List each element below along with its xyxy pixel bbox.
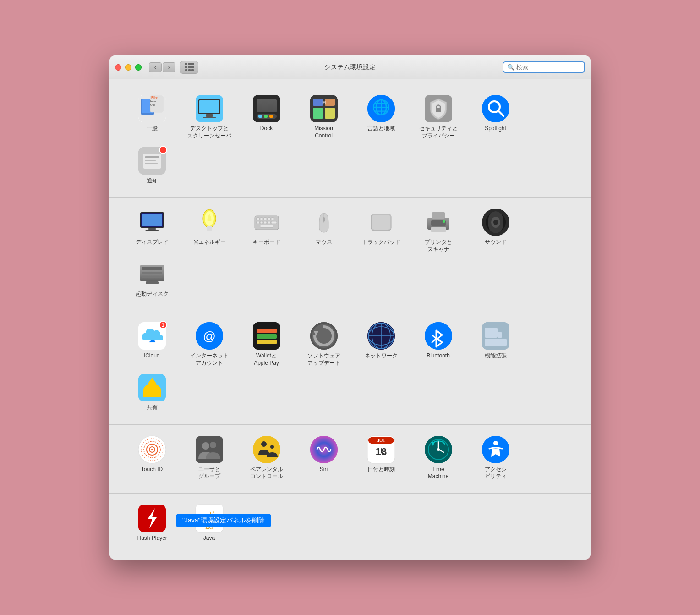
pref-trackpad[interactable]: トラックパッド	[352, 205, 410, 257]
svg-rect-40	[145, 230, 159, 231]
pref-bluetooth[interactable]: Bluetooth	[410, 318, 467, 370]
pref-network[interactable]: ネットワーク	[352, 318, 410, 370]
pref-keyboard-label: キーボード	[253, 239, 280, 246]
pref-general[interactable]: File New One 一般	[123, 91, 180, 143]
svg-rect-16	[258, 115, 262, 118]
pref-parental[interactable]: ペアレンタルコントロール	[238, 432, 295, 484]
pref-datetime[interactable]: JUL 18 日付と時刻	[352, 432, 410, 484]
icons-row-5: Flash Player JAVA "Java"環境設定パネルを削除 Java	[123, 501, 577, 546]
svg-rect-98	[485, 339, 507, 346]
svg-rect-35	[145, 160, 156, 161]
svg-rect-84	[257, 340, 277, 344]
svg-point-29	[482, 95, 509, 122]
svg-point-112	[270, 445, 274, 449]
pref-security[interactable]: セキュリティとプライバシー	[410, 91, 467, 143]
back-button[interactable]: ‹	[149, 62, 162, 72]
icons-row-4: Touch ID ユーザとグループ	[123, 432, 577, 484]
pref-desktop-label: デスクトップとスクリーンセーバ	[187, 125, 231, 139]
pref-display[interactable]: ディスプレイ	[123, 205, 180, 257]
pref-keyboard[interactable]: キーボード	[238, 205, 295, 257]
pref-extensions-label: 機能拡張	[485, 352, 507, 360]
pref-startup[interactable]: 起動ディスク	[123, 257, 180, 302]
svg-text:🌐: 🌐	[372, 99, 390, 116]
pref-siri[interactable]: Siri	[295, 432, 352, 484]
pref-language-label: 言語と地域	[367, 125, 395, 132]
pref-security-label: セキュリティとプライバシー	[419, 125, 458, 139]
icons-row-1: File New One 一般	[123, 91, 577, 188]
svg-rect-54	[268, 221, 270, 224]
pref-dock[interactable]: Dock	[238, 91, 295, 143]
svg-text:JUL: JUL	[377, 438, 385, 443]
pref-software-label: ソフトウェアアップデート	[307, 352, 340, 367]
svg-rect-10	[206, 114, 213, 117]
section-hardware: ディスプレイ 省エネルギー	[109, 198, 591, 311]
svg-rect-65	[431, 227, 446, 232]
svg-rect-51	[257, 221, 259, 224]
svg-rect-55	[271, 221, 277, 224]
pref-wallet[interactable]: WalletとApple Pay	[238, 318, 295, 370]
pref-spotlight[interactable]: Spotlight	[467, 91, 524, 143]
pref-users[interactable]: ユーザとグループ	[180, 432, 238, 484]
pref-parental-label: ペアレンタルコントロール	[250, 466, 283, 480]
pref-java[interactable]: JAVA "Java"環境設定パネルを削除 Java	[180, 501, 238, 546]
forward-button[interactable]: ›	[163, 62, 175, 72]
java-tooltip: "Java"環境設定パネルを削除	[176, 514, 271, 527]
pref-desktop[interactable]: デスクトップとスクリーンセーバ	[180, 91, 238, 143]
close-button[interactable]	[115, 64, 121, 71]
pref-printer[interactable]: プリンタとスキャナ	[410, 205, 467, 257]
grid-view-button[interactable]	[180, 61, 198, 74]
svg-text:@: @	[202, 329, 215, 343]
svg-rect-64	[432, 212, 445, 219]
svg-rect-107	[196, 436, 223, 463]
nav-buttons: ‹ ›	[149, 62, 175, 72]
pref-siri-label: Siri	[320, 466, 328, 473]
svg-rect-49	[268, 218, 270, 220]
pref-sharing-label: 共有	[147, 404, 158, 412]
pref-language[interactable]: 🌐 言語と地域	[352, 91, 410, 143]
pref-sharing[interactable]: 共有	[123, 370, 180, 415]
search-input[interactable]	[516, 64, 580, 71]
pref-wallet-label: WalletとApple Pay	[254, 352, 279, 367]
pref-touchid-label: Touch ID	[141, 466, 163, 473]
pref-flash[interactable]: Flash Player	[123, 501, 180, 546]
pref-touchid[interactable]: Touch ID	[123, 432, 180, 484]
search-box[interactable]: 🔍	[503, 61, 585, 73]
pref-mission[interactable]: ⊞ MissionControl	[295, 91, 352, 143]
pref-sound[interactable]: サウンド	[467, 205, 524, 257]
svg-rect-50	[271, 218, 274, 220]
pref-icloud[interactable]: ☁ 1 iCloud	[123, 318, 180, 370]
pref-dock-label: Dock	[260, 125, 273, 132]
svg-text:☁: ☁	[148, 336, 156, 344]
pref-trackpad-label: トラックパッド	[362, 239, 400, 246]
svg-rect-74	[142, 272, 162, 274]
pref-timemachine[interactable]: TimeMachine	[410, 432, 467, 484]
pref-software-update[interactable]: ソフトウェアアップデート	[295, 318, 352, 370]
pref-mouse[interactable]: マウス	[295, 205, 352, 257]
svg-rect-56	[260, 225, 273, 227]
pref-users-label: ユーザとグループ	[198, 466, 220, 480]
icons-row-2: ディスプレイ 省エネルギー	[123, 205, 577, 302]
svg-rect-21	[325, 99, 335, 106]
pref-internet-label: インターネットアカウント	[190, 352, 229, 367]
search-icon: 🔍	[507, 64, 514, 71]
pref-java-label: Java	[203, 535, 215, 542]
svg-text:One: One	[150, 104, 156, 106]
pref-accessibility[interactable]: アクセシビリティ	[467, 432, 524, 484]
pref-printer-label: プリンタとスキャナ	[425, 239, 452, 253]
fullscreen-button[interactable]	[135, 64, 142, 71]
section-personal: File New One 一般	[109, 84, 591, 198]
pref-datetime-label: 日付と時刻	[367, 466, 395, 473]
svg-rect-60	[372, 215, 390, 230]
svg-rect-48	[264, 218, 267, 220]
svg-rect-83	[257, 334, 277, 339]
svg-point-109	[210, 442, 216, 448]
svg-rect-17	[264, 115, 268, 118]
pref-extensions[interactable]: 機能拡張	[467, 318, 524, 370]
pref-energy[interactable]: 省エネルギー	[180, 205, 238, 257]
pref-internet-accounts[interactable]: @ インターネットアカウント	[180, 318, 238, 370]
content: File New One 一般	[109, 79, 591, 559]
svg-rect-23	[325, 108, 335, 119]
pref-notification[interactable]: 通知	[123, 143, 180, 188]
section-internet: ☁ 1 iCloud @ インターネットアカウント	[109, 311, 591, 425]
minimize-button[interactable]	[125, 64, 131, 71]
